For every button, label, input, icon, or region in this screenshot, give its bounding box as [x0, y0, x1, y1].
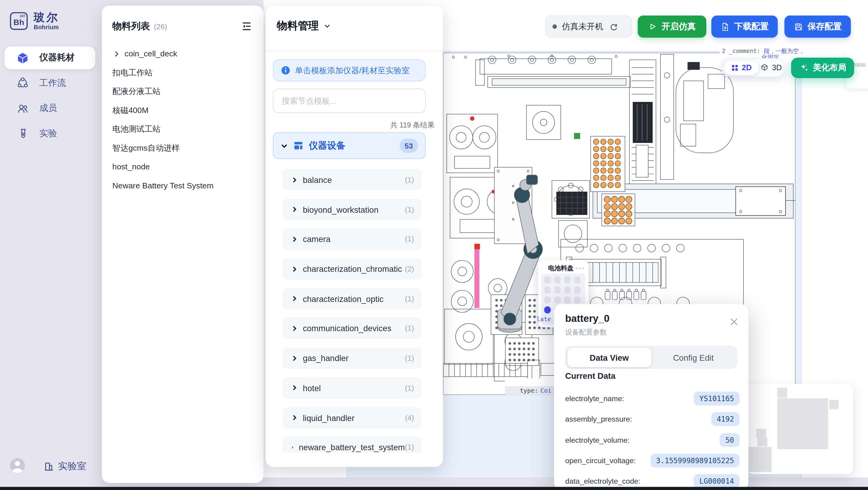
avatar[interactable]	[10, 458, 25, 473]
material-item-label: 智达gcms自动进样	[112, 143, 180, 153]
group-row-neware-battery-test-system[interactable]: neware_battery_test_system (1)	[282, 437, 422, 453]
simulation-status-pill[interactable]: 仿真未开机	[545, 16, 632, 38]
material-item-label: 配液分液工站	[112, 86, 160, 97]
logo-abbr: Bh	[13, 18, 24, 26]
sparkles-icon	[799, 63, 808, 73]
group-row-camera[interactable]: camera (1)	[282, 228, 422, 250]
group-row-liquid-handler[interactable]: liquid_handler (4)	[282, 407, 422, 429]
tray-slot[interactable]	[574, 296, 581, 303]
simulation-status-label: 仿真未开机	[562, 21, 603, 32]
material-item[interactable]: 智达gcms自动进样	[102, 139, 264, 157]
tray-slot[interactable]	[574, 276, 581, 283]
save-config-button[interactable]: 保存配置	[784, 16, 851, 38]
grid-2d-icon	[731, 64, 739, 71]
section-label: 仪器设备	[309, 140, 345, 151]
window-bottom-edge	[0, 487, 868, 490]
material-item[interactable]: host_node	[102, 157, 264, 176]
sidebar-item-label: 成员	[39, 103, 57, 114]
start-simulation-button[interactable]: 开启仿真	[638, 16, 706, 38]
sidebar-item-workflow[interactable]: 工作流	[4, 72, 95, 94]
tray-slot[interactable]	[564, 276, 571, 283]
group-row-characterization-optic[interactable]: characterization_optic (1)	[282, 288, 422, 310]
beautify-layout-label: 美化布局	[813, 63, 846, 73]
save-config-label: 保存配置	[807, 21, 842, 33]
section-count-badge: 53	[400, 139, 418, 153]
save-icon	[794, 22, 803, 31]
cube-3d-icon	[761, 64, 769, 71]
field-value: LG000014	[694, 474, 740, 488]
search-input[interactable]	[273, 89, 426, 113]
refresh-icon[interactable]	[610, 22, 618, 31]
chevron-right-icon	[291, 236, 298, 242]
material-item[interactable]: 核磁400M	[102, 101, 264, 120]
download-config-label: 下载配置	[734, 21, 769, 33]
sidebar-item-instruments[interactable]: 仪器耗材	[4, 47, 95, 69]
toggle-3d[interactable]: 3D	[759, 60, 783, 75]
field-value: 4192	[711, 412, 739, 426]
tray-slot[interactable]	[554, 276, 561, 283]
materials-count: (26)	[154, 23, 167, 31]
field-value: YS101165	[694, 392, 740, 405]
tooltip-value: Coi	[540, 387, 552, 394]
materials-title: 物料列表	[112, 20, 150, 33]
tray-slot[interactable]	[544, 286, 551, 293]
section-instruments[interactable]: 仪器设备 53	[273, 132, 426, 159]
download-config-button[interactable]: 下载配置	[711, 16, 778, 38]
minimap[interactable]	[747, 384, 853, 474]
group-row-balance[interactable]: balance (1)	[282, 169, 422, 191]
group-row-characterization-chromatic[interactable]: characterization_chromatic (2)	[282, 258, 422, 280]
tray-slot[interactable]	[554, 296, 561, 303]
tray-slot-selected[interactable]	[544, 306, 551, 313]
hint-banner: 单击模板添加仪器/耗材至实验室	[273, 59, 426, 82]
manager-title: 物料管理	[277, 19, 319, 33]
material-item[interactable]: 扣电工作站	[102, 63, 264, 82]
edge-clipped-text: esou	[853, 61, 866, 67]
chevron-down-icon	[324, 23, 331, 29]
cube-icon	[17, 52, 29, 64]
group-row-communication-devices[interactable]: communication_devices (1)	[282, 318, 422, 339]
sidebar-item-label: 工作流	[39, 77, 66, 89]
toggle-3d-label: 3D	[772, 63, 782, 72]
field-label: open_circuit_voltage:	[565, 456, 636, 465]
tray-slot[interactable]	[544, 276, 551, 283]
minimap-block	[777, 388, 787, 398]
manager-title-dropdown[interactable]: 物料管理	[266, 5, 443, 33]
start-simulation-label: 开启仿真	[661, 21, 696, 33]
material-item[interactable]: 电池测试工站	[102, 120, 264, 138]
minimap-block	[829, 400, 838, 409]
tray-slot[interactable]	[564, 286, 571, 293]
sidebar-item-experiments[interactable]: 实验	[4, 122, 95, 145]
material-manager-panel: 物料管理 单击模板添加仪器/耗材至实验室 共 119 条结果	[266, 5, 443, 467]
download-file-icon	[720, 22, 730, 31]
chevron-right-icon	[291, 265, 298, 272]
popup-tabs: Data View Config Edit	[565, 346, 738, 369]
tray-slot[interactable]	[554, 286, 561, 293]
popup-subtitle: 设备配置参数	[565, 328, 607, 337]
toggle-2d[interactable]: 2D	[723, 60, 759, 75]
layout-icon	[293, 141, 303, 151]
chevron-right-icon	[291, 206, 298, 213]
popup-section-title: Current Data	[565, 371, 616, 380]
group-row-gas-handler[interactable]: gas_handler (1)	[282, 347, 422, 369]
chevron-right-icon	[291, 355, 298, 361]
tray-slot[interactable]	[544, 296, 551, 303]
material-item[interactable]: coin_cell_deck	[102, 44, 264, 63]
template-groups-list: balance (1) bioyond_workstation (1) came…	[282, 169, 422, 453]
tray-slot[interactable]	[564, 296, 571, 303]
bohrium-logo-mark: 107 Bh	[10, 12, 28, 30]
material-item[interactable]: 配液分液工站	[102, 82, 264, 100]
tab-data-view[interactable]: Data View	[567, 347, 651, 367]
close-icon[interactable]	[730, 317, 738, 326]
collapse-list-icon[interactable]	[241, 21, 252, 32]
group-row-hotel[interactable]: hotel (1)	[282, 377, 422, 399]
tray-more-icon[interactable]	[576, 267, 584, 269]
tab-config-edit[interactable]: Config Edit	[651, 347, 735, 367]
sidebar-item-members[interactable]: 成员	[4, 97, 95, 120]
field-label: assembly_pressure:	[565, 415, 632, 424]
sidebar-item-laboratory[interactable]: 实验室	[43, 460, 86, 472]
beautify-layout-button[interactable]: 美化布局	[791, 58, 855, 78]
group-row-bioyond-workstation[interactable]: bioyond_workstation (1)	[282, 199, 422, 220]
tooltip-key: type:	[520, 387, 538, 394]
material-item[interactable]: Neware Battery Test System	[102, 176, 264, 195]
tray-slot[interactable]	[574, 286, 581, 293]
